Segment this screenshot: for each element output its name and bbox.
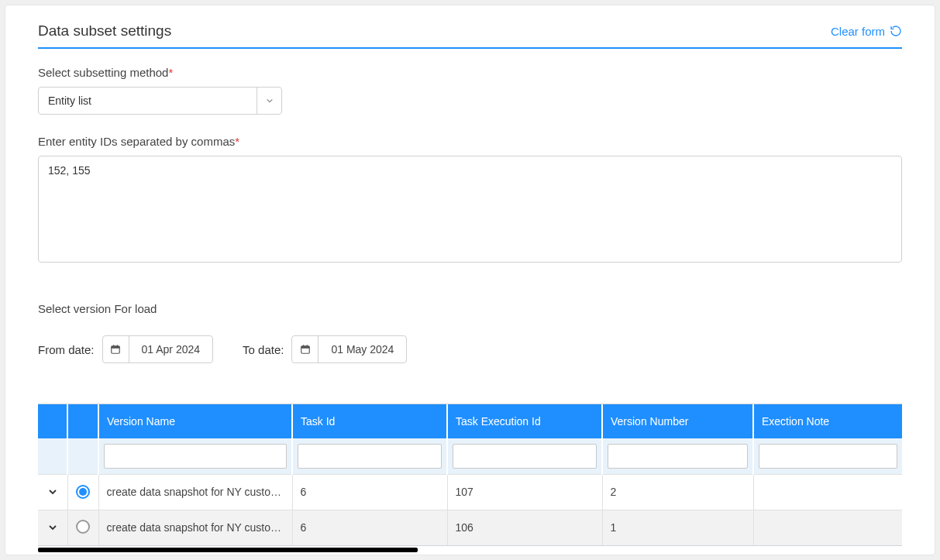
from-date-label: From date: [38,343,95,356]
data-subset-panel: Data subset settings Clear form Select s… [5,5,935,555]
versions-table: Version Name Task Id Task Execution Id V… [38,404,902,546]
table-filter-row [38,438,902,474]
calendar-icon [103,336,129,362]
clear-form-button[interactable]: Clear form [831,25,902,38]
horizontal-scrollbar[interactable] [38,548,418,552]
version-section-label: Select version For load [38,302,902,315]
cell-task-execution-id: 107 [447,474,602,510]
to-date-label: To date: [243,343,284,356]
date-range-row: From date: 01 Apr 2024 To date: 01 May 2… [38,335,902,363]
header-execution-note[interactable]: Exection Note [753,404,902,438]
from-date-value: 01 Apr 2024 [129,343,213,356]
cell-execution-note [753,474,902,510]
method-select-value: Entity list [39,94,257,107]
table-header-row: Version Name Task Id Task Execution Id V… [38,404,902,438]
cell-version-name: create data snapshot for NY custo… [98,474,292,510]
filter-cell-select [67,438,98,474]
header-task-id[interactable]: Task Id [292,404,447,438]
cell-execution-note [753,510,902,545]
from-date-group: From date: 01 Apr 2024 [38,335,213,363]
filter-version-number[interactable] [608,444,748,469]
calendar-icon [292,336,318,362]
to-date-group: To date: 01 May 2024 [243,335,407,363]
filter-task-id[interactable] [298,444,442,469]
header-version-name[interactable]: Version Name [98,404,292,438]
ids-label-text: Enter entity IDs separated by commas [38,135,235,148]
panel-header: Data subset settings Clear form [38,22,902,49]
svg-rect-5 [301,346,310,349]
header-expand [38,404,67,438]
filter-task-execution-id[interactable] [453,444,597,469]
cell-task-execution-id: 106 [447,510,602,545]
table-row[interactable]: create data snapshot for NY custo… 6 106… [38,510,902,545]
row-radio[interactable] [76,485,90,499]
ids-label: Enter entity IDs separated by commas* [38,135,902,148]
required-asterisk: * [168,66,173,79]
entity-ids-input[interactable] [38,156,902,263]
refresh-icon [890,25,902,37]
expand-row-button[interactable] [46,510,60,546]
to-date-picker[interactable]: 01 May 2024 [291,335,407,363]
table-row[interactable]: create data snapshot for NY custo… 6 107… [38,474,902,510]
chevron-down-icon [257,88,281,114]
header-select [67,404,98,438]
to-date-value: 01 May 2024 [318,343,406,356]
expand-row-button[interactable] [46,475,60,510]
svg-rect-1 [112,346,120,349]
filter-execution-note[interactable] [759,444,897,469]
filter-version-name[interactable] [104,444,287,469]
method-label: Select subsetting method* [38,66,902,79]
panel-title: Data subset settings [38,22,171,40]
row-radio[interactable] [76,520,90,534]
cell-version-number: 2 [602,474,753,510]
clear-form-label: Clear form [831,25,885,38]
from-date-picker[interactable]: 01 Apr 2024 [102,335,214,363]
method-select[interactable]: Entity list [38,87,282,115]
header-version-number[interactable]: Version Number [602,404,753,438]
header-task-execution-id[interactable]: Task Execution Id [447,404,602,438]
chevron-down-icon [48,523,57,532]
cell-version-name: create data snapshot for NY custo… [98,510,292,545]
required-asterisk: * [235,135,239,148]
cell-task-id: 6 [292,510,447,545]
method-label-text: Select subsetting method [38,66,168,79]
filter-cell-expand [38,438,67,474]
cell-task-id: 6 [292,474,447,510]
chevron-down-icon [48,487,57,496]
cell-version-number: 1 [602,510,753,545]
